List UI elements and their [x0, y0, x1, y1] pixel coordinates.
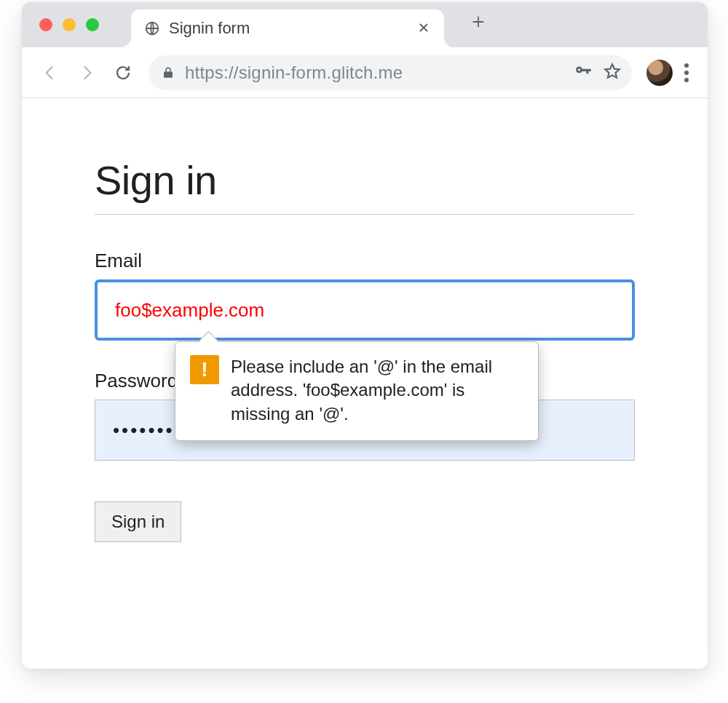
email-field-group: Email ! Please include an '@' in the ema… [95, 250, 635, 341]
browser-window: Signin form https://signin-form.glitch.m… [22, 2, 708, 669]
lock-icon [162, 66, 175, 79]
profile-avatar[interactable] [646, 60, 673, 86]
validation-tooltip: ! Please include an '@' in the email add… [175, 341, 539, 441]
close-window-button[interactable] [39, 18, 52, 31]
close-tab-button[interactable] [415, 17, 432, 39]
email-label: Email [95, 250, 635, 272]
tab-strip: Signin form [22, 2, 708, 47]
window-controls [39, 18, 99, 31]
validation-message: Please include an '@' in the email addre… [231, 355, 522, 426]
browser-tab[interactable]: Signin form [131, 9, 444, 47]
signin-button[interactable]: Sign in [95, 501, 181, 542]
page-content: Sign in Email ! Please include an '@' in… [22, 98, 708, 542]
bookmark-star-icon[interactable] [603, 62, 622, 84]
menu-button[interactable] [678, 57, 695, 88]
tab-title: Signin form [169, 19, 415, 38]
url-text: https://signin-form.glitch.me [185, 63, 563, 83]
back-button[interactable] [35, 57, 66, 88]
new-tab-button[interactable] [464, 7, 492, 38]
maximize-window-button[interactable] [86, 18, 99, 31]
address-bar[interactable]: https://signin-form.glitch.me [149, 55, 632, 90]
reload-button[interactable] [108, 57, 138, 88]
key-icon[interactable] [574, 62, 593, 84]
email-input[interactable] [95, 279, 635, 341]
forward-button[interactable] [71, 57, 102, 88]
browser-toolbar: https://signin-form.glitch.me [22, 47, 708, 98]
page-title: Sign in [95, 156, 635, 215]
globe-icon [144, 20, 160, 36]
warning-icon: ! [190, 355, 219, 384]
minimize-window-button[interactable] [63, 18, 76, 31]
